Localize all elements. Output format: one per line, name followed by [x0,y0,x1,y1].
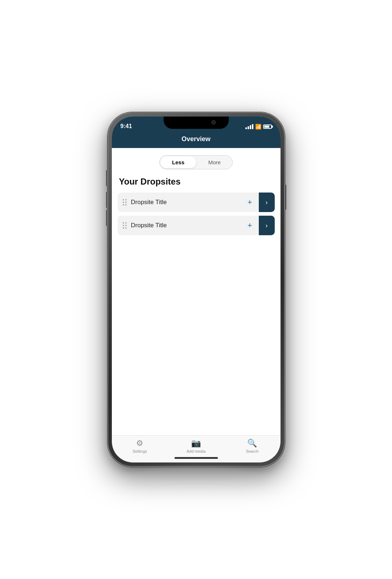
tab-settings[interactable]: ⚙ Settings [112,439,168,453]
nav-bar: Overview [112,132,281,148]
tab-add-media[interactable]: 📷 Add media [168,439,224,453]
settings-tab-label: Settings [132,449,147,453]
toggle-container: Less More [118,155,275,169]
dropsite-item: Dropsite Title + › [118,193,275,212]
less-toggle-button[interactable]: Less [160,156,196,168]
dropsite-chevron-button-1[interactable]: › [259,193,275,212]
wifi-icon: 📶 [255,124,261,130]
page-title: Overview [181,135,210,143]
settings-icon: ⚙ [136,439,143,448]
home-indicator [112,455,281,462]
phone-screen: 9:41 📶 [112,117,281,462]
dropsite-item-2: Dropsite Title + › [118,216,275,235]
home-bar [174,457,218,459]
dropsite-main-1: Dropsite Title + [118,193,259,212]
front-camera [211,120,216,124]
dropsite-title-1: Dropsite Title [131,199,242,206]
toggle-group: Less More [159,155,232,169]
scene: 9:41 📶 [0,0,392,579]
more-toggle-button[interactable]: More [197,156,232,169]
signal-icon [245,124,253,129]
main-content: Less More Your Dropsites [112,148,281,435]
search-tab-label: Search [246,449,258,453]
add-dropsite-button-2[interactable]: + [246,221,254,229]
notch [164,117,229,129]
dropsite-list: Dropsite Title + › [118,193,275,235]
status-icons: 📶 [245,124,272,130]
dropsite-chevron-button-2[interactable]: › [259,216,275,235]
dropsite-title-2: Dropsite Title [131,222,242,229]
phone-reflection [124,467,269,489]
phone-shell: 9:41 📶 [108,112,285,467]
drag-handle-icon-2[interactable] [123,222,127,229]
tab-search[interactable]: 🔍 Search [224,439,280,453]
chevron-right-icon-2: › [266,222,268,229]
add-media-tab-label: Add media [186,449,206,453]
battery-icon [263,124,272,129]
section-title: Your Dropsites [118,175,275,187]
search-icon: 🔍 [247,439,257,448]
status-time: 9:41 [121,123,132,130]
dropsite-main-2: Dropsite Title + [118,216,259,235]
add-dropsite-button-1[interactable]: + [246,198,254,206]
tab-bar: ⚙ Settings 📷 Add media 🔍 Search [112,435,281,455]
drag-handle-icon[interactable] [123,199,127,206]
phone-bezel: 9:41 📶 [112,117,281,462]
chevron-right-icon: › [266,199,268,206]
camera-icon: 📷 [191,439,201,448]
